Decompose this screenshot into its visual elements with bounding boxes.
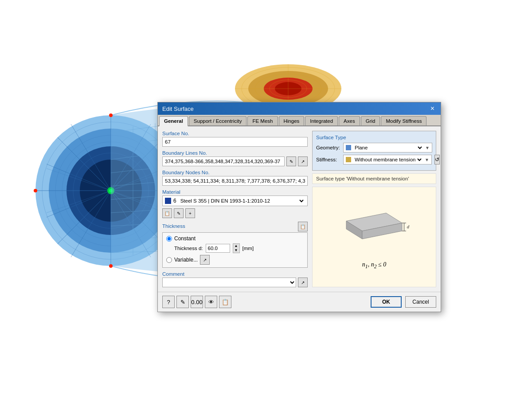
edit-surface-dialog: Edit Surface × General Support / Eccentr… — [157, 102, 441, 312]
material-select[interactable]: Steel S 355 | DIN EN 1993-1-1:2010-12 — [179, 198, 305, 204]
svg-line-12 — [58, 137, 164, 244]
geometry-select[interactable]: Plane — [353, 145, 423, 151]
svg-line-22 — [111, 191, 164, 244]
svg-point-32 — [109, 189, 113, 192]
svg-line-30 — [111, 191, 151, 257]
svg-point-60 — [34, 189, 37, 192]
surface-type-title: Surface Type — [316, 135, 432, 140]
svg-point-31 — [107, 187, 114, 194]
footer-right: OK Cancel — [371, 296, 436, 308]
material-number: 6 — [173, 198, 176, 204]
material-add-btn[interactable]: + — [185, 208, 195, 218]
stiffness-color-box — [346, 157, 351, 162]
geometry-color-box — [346, 145, 351, 150]
variable-row: Variable... ↗ — [166, 255, 304, 265]
comment-btn[interactable]: ↗ — [298, 278, 308, 287]
constant-radio[interactable] — [166, 236, 172, 242]
svg-line-19 — [58, 137, 111, 191]
variable-btn[interactable]: ↗ — [200, 255, 210, 265]
boundary-nodes-group: Boundary Nodes No. — [162, 170, 308, 186]
svg-point-48 — [264, 78, 313, 100]
svg-point-49 — [275, 82, 301, 95]
view-btn[interactable]: 👁 — [205, 296, 217, 308]
svg-point-52 — [270, 80, 307, 98]
material-view-btn[interactable]: 📋 — [162, 208, 172, 218]
thickness-down-btn[interactable]: ▼ — [233, 248, 239, 253]
stiffness-row: Stiffness: Without membrane tension ▼ ↺ — [316, 155, 432, 164]
right-panel: Surface Type Geometry: Plane ▼ Stiffne — [312, 131, 436, 287]
thickness-d-row: Thickness d: ▲ ▼ [mm] — [174, 243, 304, 253]
boundary-nodes-label: Boundary Nodes No. — [162, 170, 308, 175]
material-icons-row: 📋 ✎ + — [162, 208, 308, 218]
boundary-lines-label: Boundary Lines No. — [162, 150, 308, 156]
tab-axes[interactable]: Axes — [339, 116, 360, 125]
boundary-lines-input[interactable] — [162, 156, 285, 166]
ok-button[interactable]: OK — [371, 296, 402, 308]
svg-line-14 — [47, 168, 175, 213]
svg-line-20 — [111, 137, 164, 191]
boundary-lines-edit-btn[interactable]: ✎ — [286, 156, 296, 166]
boundary-lines-pick-btn[interactable]: ↗ — [298, 156, 308, 166]
comment-select[interactable] — [162, 278, 296, 287]
cancel-button[interactable]: Cancel — [405, 296, 436, 308]
dialog-content: Surface No. Boundary Lines No. ✎ ↗ Bound… — [158, 126, 441, 292]
values-btn[interactable]: 0.00 — [191, 296, 203, 308]
thickness-spinner: ▲ ▼ — [233, 243, 240, 253]
constant-radio-row: Constant — [166, 235, 304, 242]
tab-support-eccentricity[interactable]: Support / Eccentricity — [189, 116, 247, 125]
svg-point-57 — [109, 113, 113, 117]
svg-point-47 — [248, 71, 328, 106]
surface-type-note: Surface type 'Without membrane tension' — [312, 173, 436, 184]
variable-radio[interactable] — [166, 257, 172, 263]
surface-no-group: Surface No. — [162, 131, 308, 147]
stiffness-refresh-btn[interactable]: ↺ — [434, 155, 440, 164]
svg-point-2 — [49, 129, 173, 253]
thickness-table-btn[interactable]: 📋 — [298, 222, 308, 231]
svg-line-27 — [71, 124, 111, 191]
svg-line-29 — [71, 191, 111, 257]
svg-point-59 — [109, 264, 113, 268]
tab-modify-stiffness[interactable]: Modify Stiffness — [381, 116, 426, 125]
tab-integrated[interactable]: Integrated — [305, 116, 338, 125]
dialog-titlebar: Edit Surface × — [158, 102, 441, 115]
close-button[interactable]: × — [429, 105, 436, 112]
stiffness-select[interactable]: Without membrane tension — [353, 156, 423, 163]
tab-fe-mesh[interactable]: FE Mesh — [247, 116, 278, 125]
surface-no-label: Surface No. — [162, 131, 308, 136]
thickness-box: Constant Thickness d: ▲ ▼ [mm] Variable. — [162, 232, 308, 268]
surface-type-note-text: Surface type 'Without membrane tension' — [316, 176, 409, 181]
stiffness-dropdown-arrow: ▼ — [425, 157, 429, 162]
geometry-row: Geometry: Plane ▼ — [316, 143, 432, 153]
surface-no-input[interactable] — [162, 137, 308, 147]
thickness-d-input[interactable] — [206, 244, 230, 253]
comment-label: Comment — [162, 271, 308, 277]
svg-line-25 — [47, 191, 111, 217]
material-edit-btn[interactable]: ✎ — [174, 208, 184, 218]
svg-text:d: d — [407, 224, 410, 229]
tab-grid[interactable]: Grid — [361, 116, 380, 125]
svg-point-4 — [80, 160, 142, 222]
thickness-unit: [mm] — [243, 246, 254, 251]
thickness-up-btn[interactable]: ▲ — [233, 244, 239, 248]
thickness-label: Thickness — [162, 223, 185, 229]
svg-point-8 — [73, 153, 149, 228]
material-row: 6 Steel S 355 | DIN EN 1993-1-1:2010-12 — [162, 196, 308, 206]
svg-line-28 — [111, 124, 151, 191]
export-btn[interactable]: 📋 — [219, 296, 231, 308]
tab-hinges[interactable]: Hinges — [279, 116, 305, 125]
svg-line-13 — [47, 168, 175, 213]
geometry-dropdown-arrow: ▼ — [425, 145, 430, 150]
boundary-nodes-input[interactable] — [162, 176, 308, 186]
material-color-box — [165, 198, 171, 204]
tab-general[interactable]: General — [159, 116, 188, 126]
comment-group: Comment ↗ — [162, 271, 308, 287]
constant-label: Constant — [174, 235, 196, 242]
help-btn[interactable]: ? — [162, 296, 175, 308]
dialog-footer: ? ✎ 0.00 👁 📋 OK Cancel — [158, 292, 441, 312]
material-group: Material 6 Steel S 355 | DIN EN 1993-1-1… — [162, 189, 308, 218]
surface-type-box: Surface Type Geometry: Plane ▼ Stiffne — [312, 131, 436, 171]
svg-point-7 — [62, 142, 160, 239]
thickness-group: Thickness 📋 Constant Thickness d: ▲ ▼ — [162, 222, 308, 268]
edit-btn[interactable]: ✎ — [176, 296, 189, 308]
footer-left: ? ✎ 0.00 👁 📋 — [162, 296, 231, 308]
